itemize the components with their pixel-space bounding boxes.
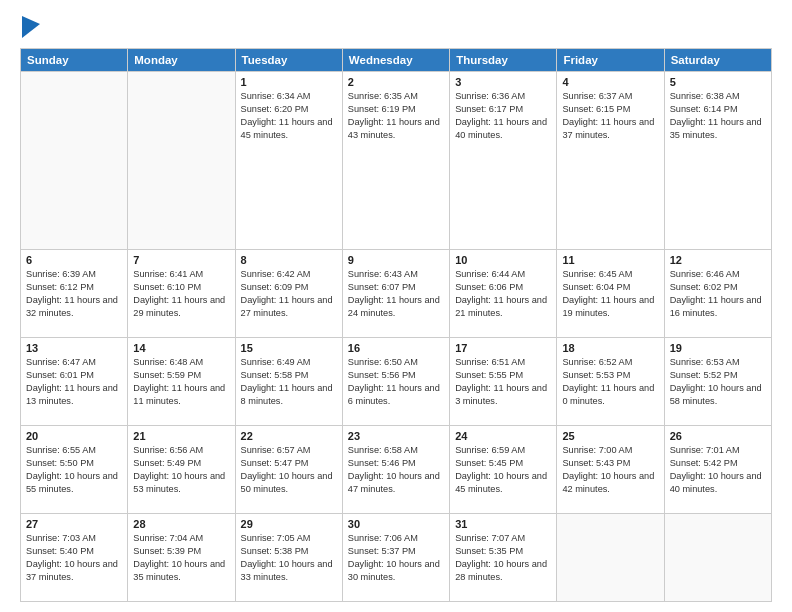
- day-number: 12: [670, 254, 766, 266]
- calendar-week-2: 13Sunrise: 6:47 AM Sunset: 6:01 PM Dayli…: [21, 338, 772, 426]
- day-number: 30: [348, 518, 444, 530]
- day-info: Sunrise: 6:57 AM Sunset: 5:47 PM Dayligh…: [241, 444, 337, 496]
- calendar-cell: 27Sunrise: 7:03 AM Sunset: 5:40 PM Dayli…: [21, 514, 128, 602]
- day-info: Sunrise: 6:59 AM Sunset: 5:45 PM Dayligh…: [455, 444, 551, 496]
- day-info: Sunrise: 7:06 AM Sunset: 5:37 PM Dayligh…: [348, 532, 444, 584]
- calendar-week-4: 27Sunrise: 7:03 AM Sunset: 5:40 PM Dayli…: [21, 514, 772, 602]
- day-number: 20: [26, 430, 122, 442]
- calendar-cell: 11Sunrise: 6:45 AM Sunset: 6:04 PM Dayli…: [557, 250, 664, 338]
- day-header-wednesday: Wednesday: [342, 49, 449, 72]
- calendar-cell: 5Sunrise: 6:38 AM Sunset: 6:14 PM Daylig…: [664, 72, 771, 250]
- day-info: Sunrise: 6:51 AM Sunset: 5:55 PM Dayligh…: [455, 356, 551, 408]
- day-info: Sunrise: 6:47 AM Sunset: 6:01 PM Dayligh…: [26, 356, 122, 408]
- day-number: 13: [26, 342, 122, 354]
- calendar-cell: 18Sunrise: 6:52 AM Sunset: 5:53 PM Dayli…: [557, 338, 664, 426]
- calendar-cell: 29Sunrise: 7:05 AM Sunset: 5:38 PM Dayli…: [235, 514, 342, 602]
- calendar-cell: 21Sunrise: 6:56 AM Sunset: 5:49 PM Dayli…: [128, 426, 235, 514]
- day-number: 18: [562, 342, 658, 354]
- day-number: 4: [562, 76, 658, 88]
- day-info: Sunrise: 6:50 AM Sunset: 5:56 PM Dayligh…: [348, 356, 444, 408]
- page: SundayMondayTuesdayWednesdayThursdayFrid…: [0, 0, 792, 612]
- calendar-cell: 24Sunrise: 6:59 AM Sunset: 5:45 PM Dayli…: [450, 426, 557, 514]
- day-number: 23: [348, 430, 444, 442]
- day-info: Sunrise: 7:04 AM Sunset: 5:39 PM Dayligh…: [133, 532, 229, 584]
- calendar-cell: 26Sunrise: 7:01 AM Sunset: 5:42 PM Dayli…: [664, 426, 771, 514]
- day-number: 16: [348, 342, 444, 354]
- day-header-sunday: Sunday: [21, 49, 128, 72]
- day-info: Sunrise: 6:55 AM Sunset: 5:50 PM Dayligh…: [26, 444, 122, 496]
- day-number: 2: [348, 76, 444, 88]
- calendar-header-row: SundayMondayTuesdayWednesdayThursdayFrid…: [21, 49, 772, 72]
- calendar-cell: 23Sunrise: 6:58 AM Sunset: 5:46 PM Dayli…: [342, 426, 449, 514]
- day-number: 22: [241, 430, 337, 442]
- day-number: 9: [348, 254, 444, 266]
- calendar-cell: 8Sunrise: 6:42 AM Sunset: 6:09 PM Daylig…: [235, 250, 342, 338]
- day-number: 31: [455, 518, 551, 530]
- day-info: Sunrise: 7:05 AM Sunset: 5:38 PM Dayligh…: [241, 532, 337, 584]
- day-info: Sunrise: 6:58 AM Sunset: 5:46 PM Dayligh…: [348, 444, 444, 496]
- day-number: 11: [562, 254, 658, 266]
- logo: [20, 16, 40, 38]
- calendar-cell: 15Sunrise: 6:49 AM Sunset: 5:58 PM Dayli…: [235, 338, 342, 426]
- day-number: 6: [26, 254, 122, 266]
- day-number: 17: [455, 342, 551, 354]
- day-info: Sunrise: 6:37 AM Sunset: 6:15 PM Dayligh…: [562, 90, 658, 142]
- day-header-friday: Friday: [557, 49, 664, 72]
- calendar-cell: 10Sunrise: 6:44 AM Sunset: 6:06 PM Dayli…: [450, 250, 557, 338]
- day-info: Sunrise: 6:53 AM Sunset: 5:52 PM Dayligh…: [670, 356, 766, 408]
- calendar-cell: 3Sunrise: 6:36 AM Sunset: 6:17 PM Daylig…: [450, 72, 557, 250]
- day-info: Sunrise: 7:03 AM Sunset: 5:40 PM Dayligh…: [26, 532, 122, 584]
- day-info: Sunrise: 6:56 AM Sunset: 5:49 PM Dayligh…: [133, 444, 229, 496]
- day-number: 15: [241, 342, 337, 354]
- day-number: 25: [562, 430, 658, 442]
- day-number: 10: [455, 254, 551, 266]
- calendar-week-1: 6Sunrise: 6:39 AM Sunset: 6:12 PM Daylig…: [21, 250, 772, 338]
- calendar-cell: 2Sunrise: 6:35 AM Sunset: 6:19 PM Daylig…: [342, 72, 449, 250]
- day-info: Sunrise: 7:07 AM Sunset: 5:35 PM Dayligh…: [455, 532, 551, 584]
- day-number: 14: [133, 342, 229, 354]
- calendar-cell: 13Sunrise: 6:47 AM Sunset: 6:01 PM Dayli…: [21, 338, 128, 426]
- day-number: 7: [133, 254, 229, 266]
- day-number: 26: [670, 430, 766, 442]
- calendar-cell: 7Sunrise: 6:41 AM Sunset: 6:10 PM Daylig…: [128, 250, 235, 338]
- calendar-cell: 28Sunrise: 7:04 AM Sunset: 5:39 PM Dayli…: [128, 514, 235, 602]
- day-info: Sunrise: 6:34 AM Sunset: 6:20 PM Dayligh…: [241, 90, 337, 142]
- day-header-monday: Monday: [128, 49, 235, 72]
- day-number: 28: [133, 518, 229, 530]
- day-number: 27: [26, 518, 122, 530]
- day-info: Sunrise: 6:38 AM Sunset: 6:14 PM Dayligh…: [670, 90, 766, 142]
- calendar-cell: 25Sunrise: 7:00 AM Sunset: 5:43 PM Dayli…: [557, 426, 664, 514]
- day-header-thursday: Thursday: [450, 49, 557, 72]
- calendar-cell: [557, 514, 664, 602]
- calendar-cell: 6Sunrise: 6:39 AM Sunset: 6:12 PM Daylig…: [21, 250, 128, 338]
- day-info: Sunrise: 6:52 AM Sunset: 5:53 PM Dayligh…: [562, 356, 658, 408]
- calendar-cell: 30Sunrise: 7:06 AM Sunset: 5:37 PM Dayli…: [342, 514, 449, 602]
- day-info: Sunrise: 6:43 AM Sunset: 6:07 PM Dayligh…: [348, 268, 444, 320]
- day-info: Sunrise: 6:39 AM Sunset: 6:12 PM Dayligh…: [26, 268, 122, 320]
- calendar-cell: 22Sunrise: 6:57 AM Sunset: 5:47 PM Dayli…: [235, 426, 342, 514]
- calendar-cell: 9Sunrise: 6:43 AM Sunset: 6:07 PM Daylig…: [342, 250, 449, 338]
- svg-marker-0: [22, 16, 40, 38]
- calendar-cell: 14Sunrise: 6:48 AM Sunset: 5:59 PM Dayli…: [128, 338, 235, 426]
- day-info: Sunrise: 6:41 AM Sunset: 6:10 PM Dayligh…: [133, 268, 229, 320]
- calendar-cell: 4Sunrise: 6:37 AM Sunset: 6:15 PM Daylig…: [557, 72, 664, 250]
- header: [20, 16, 772, 38]
- day-header-saturday: Saturday: [664, 49, 771, 72]
- day-number: 29: [241, 518, 337, 530]
- calendar-cell: 1Sunrise: 6:34 AM Sunset: 6:20 PM Daylig…: [235, 72, 342, 250]
- calendar-week-3: 20Sunrise: 6:55 AM Sunset: 5:50 PM Dayli…: [21, 426, 772, 514]
- day-number: 19: [670, 342, 766, 354]
- day-header-tuesday: Tuesday: [235, 49, 342, 72]
- calendar-cell: 20Sunrise: 6:55 AM Sunset: 5:50 PM Dayli…: [21, 426, 128, 514]
- day-info: Sunrise: 7:01 AM Sunset: 5:42 PM Dayligh…: [670, 444, 766, 496]
- calendar-cell: 12Sunrise: 6:46 AM Sunset: 6:02 PM Dayli…: [664, 250, 771, 338]
- day-number: 24: [455, 430, 551, 442]
- calendar-cell: [664, 514, 771, 602]
- calendar-cell: 16Sunrise: 6:50 AM Sunset: 5:56 PM Dayli…: [342, 338, 449, 426]
- calendar-cell: 17Sunrise: 6:51 AM Sunset: 5:55 PM Dayli…: [450, 338, 557, 426]
- calendar-cell: 31Sunrise: 7:07 AM Sunset: 5:35 PM Dayli…: [450, 514, 557, 602]
- day-info: Sunrise: 6:45 AM Sunset: 6:04 PM Dayligh…: [562, 268, 658, 320]
- day-info: Sunrise: 6:49 AM Sunset: 5:58 PM Dayligh…: [241, 356, 337, 408]
- day-info: Sunrise: 6:48 AM Sunset: 5:59 PM Dayligh…: [133, 356, 229, 408]
- day-info: Sunrise: 6:35 AM Sunset: 6:19 PM Dayligh…: [348, 90, 444, 142]
